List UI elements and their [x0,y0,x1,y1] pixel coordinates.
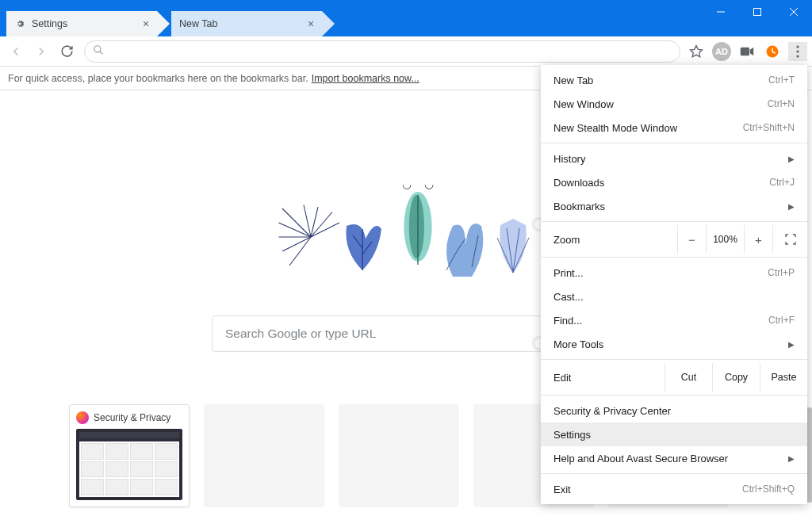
close-button[interactable] [776,0,812,24]
minimize-button[interactable] [703,0,739,24]
main-menu-button[interactable] [788,42,807,61]
chevron-right-icon: ▶ [788,340,795,349]
avast-extension-icon[interactable] [763,42,782,61]
video-extension-icon[interactable] [737,42,756,61]
svg-marker-8 [750,47,754,55]
search-icon [93,44,104,58]
menu-print[interactable]: Print...Ctrl+P [541,261,807,285]
tab-label: Settings [32,18,67,29]
svg-line-13 [282,208,311,237]
address-bar[interactable] [84,40,680,63]
menu-more-tools[interactable]: More Tools▶ [541,332,807,356]
menu-find[interactable]: Find...Ctrl+F [541,308,807,332]
zoom-in-button[interactable]: + [744,225,772,254]
tab-close-icon[interactable]: × [304,17,317,30]
shortcut-label: Security & Privacy [94,412,170,423]
menu-new-tab[interactable]: New TabCtrl+T [541,68,807,92]
svg-line-5 [100,52,103,55]
chevron-right-icon: ▶ [788,454,795,463]
svg-rect-1 [754,9,761,16]
toolbar: AD [0,36,812,67]
zoom-value: 100% [706,225,744,254]
menu-bookmarks[interactable]: Bookmarks▶ [541,194,807,218]
fullscreen-button[interactable] [772,225,807,254]
svg-line-18 [304,205,311,238]
chevron-right-icon: ▶ [788,155,795,163]
shortcut-tile-security[interactable]: Security & Privacy [69,404,190,507]
menu-new-stealth[interactable]: New Stealth Mode WindowCtrl+Shift+N [541,116,807,140]
window-controls [703,0,812,24]
edit-paste-button[interactable]: Paste [760,363,807,392]
tab-label: New Tab [179,18,217,29]
edit-cut-button[interactable]: Cut [665,363,712,392]
menu-zoom-row: Zoom − 100% + [541,225,807,254]
svg-rect-7 [741,47,749,55]
zoom-out-button[interactable]: − [677,225,706,254]
search-placeholder: Search Google or type URL [225,327,376,341]
adblock-extension-icon[interactable]: AD [712,42,731,61]
maximize-button[interactable] [739,0,776,24]
menu-new-window[interactable]: New WindowCtrl+N [541,92,807,116]
svg-point-11 [796,50,799,52]
menu-downloads[interactable]: DownloadsCtrl+J [541,170,807,194]
menu-edit-row: Edit Cut Copy Paste [541,363,807,392]
shortcut-tile-empty[interactable] [339,404,459,507]
doodle-illustration: ◡ ◡ [275,178,537,296]
tab-settings[interactable]: Settings × [6,11,157,36]
svg-line-14 [279,223,312,237]
svg-point-12 [796,55,799,57]
shortcut-tile-empty[interactable] [204,404,324,507]
menu-security-privacy[interactable]: Security & Privacy Center [541,399,807,422]
reload-button[interactable] [56,40,78,63]
svg-point-10 [796,45,799,48]
import-bookmarks-link[interactable]: Import bookmarks now... [312,73,419,84]
title-bar: Settings × New Tab × [0,0,812,36]
chevron-right-icon: ▶ [788,202,795,211]
tab-close-icon[interactable]: × [140,17,152,30]
back-button[interactable] [5,40,27,63]
svg-line-17 [289,237,311,266]
main-menu-dropdown: New TabCtrl+T New WindowCtrl+N New Steal… [541,65,807,504]
shortcut-thumbnail [76,429,182,500]
gear-icon [14,18,25,29]
bookmarks-hint: For quick access, place your bookmarks h… [8,73,308,84]
forward-button[interactable] [30,40,52,63]
menu-history[interactable]: History▶ [541,147,807,170]
tab-new-tab[interactable]: New Tab × [171,11,322,36]
svg-line-16 [282,237,311,251]
menu-help-about[interactable]: Help and About Avast Secure Browser▶ [541,446,807,470]
svg-point-23 [409,195,424,258]
menu-cast[interactable]: Cast... [541,285,807,308]
bookmark-star-icon[interactable] [687,42,706,61]
edit-copy-button[interactable]: Copy [712,363,760,392]
svg-point-4 [94,46,101,52]
avast-orb-icon [76,411,89,424]
menu-exit[interactable]: ExitCtrl+Shift+Q [541,477,807,501]
menu-settings[interactable]: Settings [541,422,807,446]
svg-marker-6 [691,45,703,56]
